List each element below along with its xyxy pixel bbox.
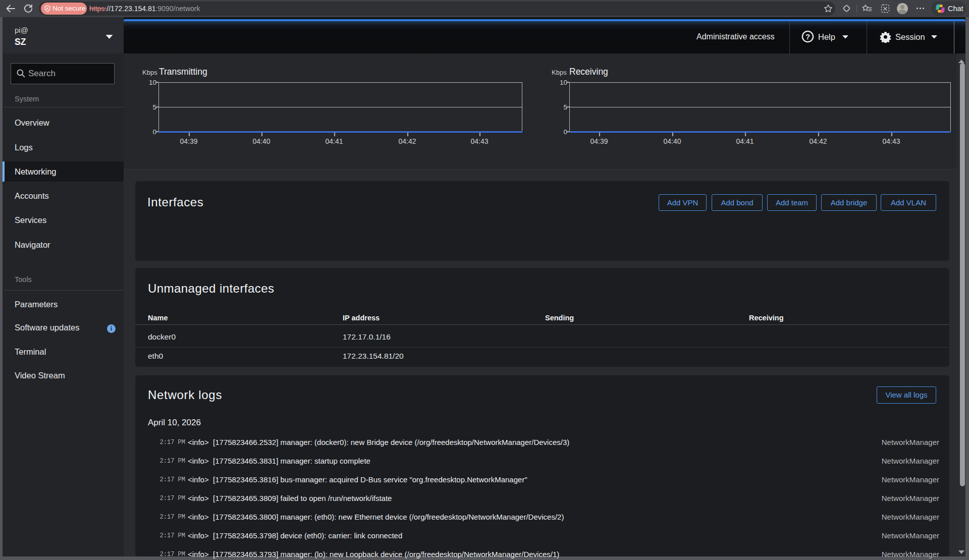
svg-text:?: ? — [805, 32, 810, 41]
